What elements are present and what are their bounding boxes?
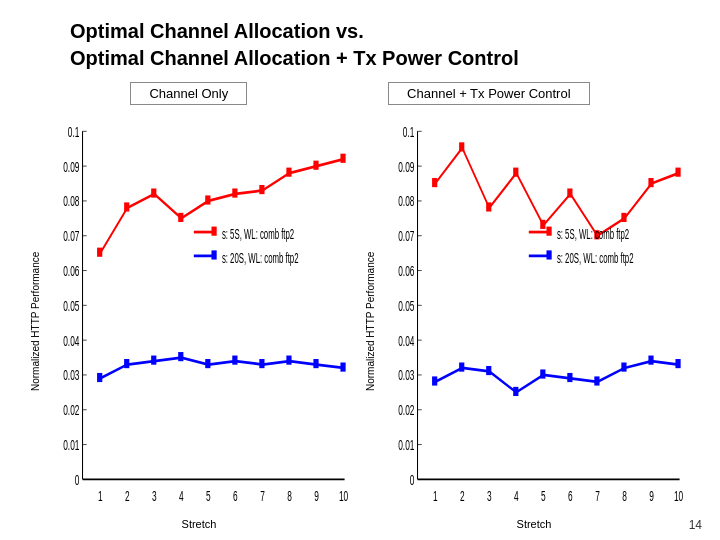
svg-rect-35: [151, 188, 156, 197]
svg-rect-92: [432, 178, 437, 187]
svg-text:1: 1: [98, 488, 103, 505]
svg-rect-101: [675, 168, 680, 177]
chart-inner-right: 0.1 0.09 0.08 0.07 0.06 0.05 0.04 0.03 0…: [378, 113, 690, 530]
svg-text:5: 5: [541, 488, 546, 505]
svg-rect-51: [313, 359, 318, 368]
svg-text:9: 9: [649, 488, 654, 505]
svg-text:2: 2: [125, 488, 130, 505]
svg-text:0.05: 0.05: [63, 297, 79, 314]
svg-text:0.09: 0.09: [63, 158, 79, 175]
page-number: 14: [689, 518, 702, 532]
svg-rect-110: [648, 356, 653, 365]
svg-rect-42: [340, 154, 345, 163]
svg-rect-111: [675, 359, 680, 368]
svg-rect-46: [178, 352, 183, 361]
svg-text:10: 10: [339, 488, 349, 505]
chart-svg-wrap-left: 0.1 0.09 0.08 0.07 0.06 0.05 0.04 0.03 0…: [43, 113, 355, 516]
svg-text:7: 7: [260, 488, 265, 505]
svg-rect-54: [211, 227, 216, 236]
svg-text:3: 3: [487, 488, 492, 505]
svg-rect-49: [259, 359, 264, 368]
svg-text:0.07: 0.07: [63, 228, 79, 245]
svg-rect-44: [124, 359, 129, 368]
svg-rect-57: [211, 250, 216, 259]
svg-rect-94: [486, 202, 491, 211]
svg-text:s: 5S, WL: comb ftp2: s: 5S, WL: comb ftp2: [557, 227, 629, 242]
svg-rect-41: [313, 161, 318, 170]
svg-rect-37: [205, 195, 210, 204]
charts-row: Normalized HTTP Performance 0.1 0.09 0.0…: [30, 113, 690, 530]
svg-text:0.01: 0.01: [63, 437, 79, 454]
chart-svg-wrap-right: 0.1 0.09 0.08 0.07 0.06 0.05 0.04 0.03 0…: [378, 113, 690, 516]
svg-rect-38: [232, 188, 237, 197]
svg-rect-116: [546, 250, 551, 259]
svg-text:0.03: 0.03: [63, 367, 79, 384]
svg-rect-33: [97, 248, 102, 257]
svg-text:4: 4: [514, 488, 519, 505]
svg-rect-113: [546, 227, 551, 236]
legend-channel-only: Channel Only: [130, 82, 247, 105]
chart-left: Normalized HTTP Performance 0.1 0.09 0.0…: [30, 113, 355, 530]
svg-rect-95: [513, 168, 518, 177]
svg-text:0.1: 0.1: [68, 123, 80, 140]
svg-text:0.04: 0.04: [63, 332, 79, 349]
svg-text:0.02: 0.02: [63, 402, 79, 419]
svg-rect-104: [486, 366, 491, 375]
y-axis-label-right: Normalized HTTP Performance: [365, 113, 376, 530]
x-axis-label-right: Stretch: [378, 518, 690, 530]
svg-rect-107: [567, 373, 572, 382]
page: Optimal Channel Allocation vs. Optimal C…: [0, 0, 720, 540]
svg-rect-52: [340, 362, 345, 371]
svg-rect-108: [594, 376, 599, 385]
svg-rect-93: [459, 142, 464, 151]
svg-text:0.1: 0.1: [403, 123, 415, 140]
svg-rect-102: [432, 376, 437, 385]
svg-text:3: 3: [152, 488, 157, 505]
svg-rect-36: [178, 213, 183, 222]
svg-text:0.07: 0.07: [398, 228, 414, 245]
svg-rect-100: [648, 178, 653, 187]
svg-text:s: 20S, WL: comb ftp2: s: 20S, WL: comb ftp2: [557, 251, 634, 266]
page-title: Optimal Channel Allocation vs. Optimal C…: [30, 18, 690, 72]
legend-row: Channel Only Channel + Tx Power Control: [30, 82, 690, 105]
svg-rect-103: [459, 362, 464, 371]
svg-rect-96: [540, 220, 545, 229]
svg-text:8: 8: [622, 488, 627, 505]
svg-text:s: 5S, WL: comb ftp2: s: 5S, WL: comb ftp2: [222, 227, 294, 242]
svg-rect-45: [151, 356, 156, 365]
svg-text:0.01: 0.01: [398, 437, 414, 454]
svg-rect-40: [286, 168, 291, 177]
svg-text:0.04: 0.04: [398, 332, 414, 349]
svg-text:6: 6: [233, 488, 238, 505]
svg-rect-105: [513, 387, 518, 396]
svg-text:9: 9: [314, 488, 319, 505]
x-axis-label-left: Stretch: [43, 518, 355, 530]
svg-rect-50: [286, 356, 291, 365]
svg-text:0: 0: [75, 471, 80, 488]
svg-text:0.09: 0.09: [398, 158, 414, 175]
legend-channel-power: Channel + Tx Power Control: [388, 82, 589, 105]
svg-text:2: 2: [460, 488, 465, 505]
svg-text:0.05: 0.05: [398, 297, 414, 314]
svg-text:10: 10: [674, 488, 684, 505]
svg-text:0.08: 0.08: [398, 193, 414, 210]
svg-rect-43: [97, 373, 102, 382]
svg-rect-99: [621, 213, 626, 222]
svg-text:1: 1: [433, 488, 438, 505]
svg-text:4: 4: [179, 488, 184, 505]
svg-text:s: 20S, WL: comb ftp2: s: 20S, WL: comb ftp2: [222, 251, 299, 266]
chart-right: Normalized HTTP Performance 0.1 0.09 0.0…: [365, 113, 690, 530]
svg-text:0.06: 0.06: [398, 263, 414, 280]
chart-inner-left: 0.1 0.09 0.08 0.07 0.06 0.05 0.04 0.03 0…: [43, 113, 355, 530]
svg-text:0.03: 0.03: [398, 367, 414, 384]
svg-rect-106: [540, 369, 545, 378]
svg-text:0: 0: [410, 471, 415, 488]
svg-text:8: 8: [287, 488, 292, 505]
svg-rect-34: [124, 202, 129, 211]
svg-text:0.08: 0.08: [63, 193, 79, 210]
svg-text:0.06: 0.06: [63, 263, 79, 280]
svg-rect-97: [567, 188, 572, 197]
svg-text:6: 6: [568, 488, 573, 505]
svg-rect-39: [259, 185, 264, 194]
svg-rect-109: [621, 362, 626, 371]
